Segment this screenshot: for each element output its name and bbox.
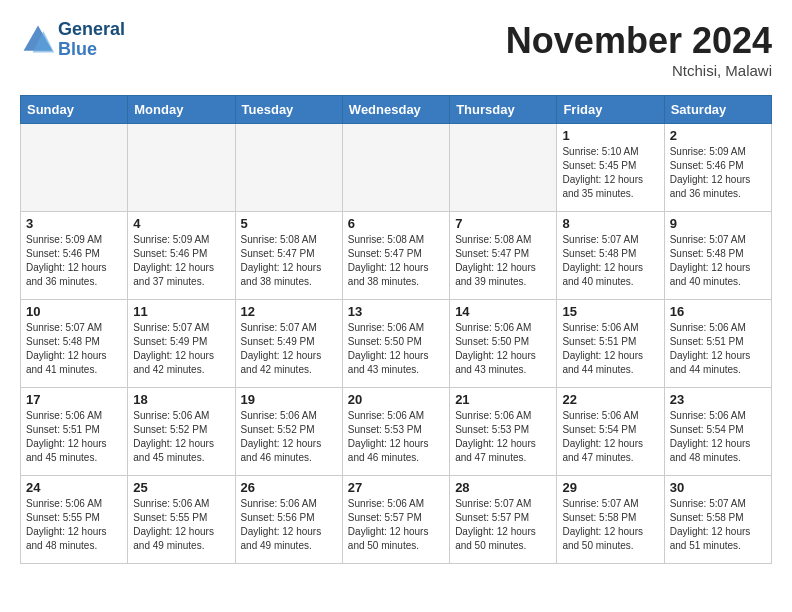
calendar-cell: 30Sunrise: 5:07 AM Sunset: 5:58 PM Dayli… — [664, 476, 771, 564]
day-number: 28 — [455, 480, 551, 495]
day-info: Sunrise: 5:06 AM Sunset: 5:56 PM Dayligh… — [241, 497, 337, 553]
day-info: Sunrise: 5:07 AM Sunset: 5:48 PM Dayligh… — [26, 321, 122, 377]
day-info: Sunrise: 5:06 AM Sunset: 5:51 PM Dayligh… — [562, 321, 658, 377]
day-info: Sunrise: 5:06 AM Sunset: 5:52 PM Dayligh… — [241, 409, 337, 465]
calendar-cell: 21Sunrise: 5:06 AM Sunset: 5:53 PM Dayli… — [450, 388, 557, 476]
week-row-4: 24Sunrise: 5:06 AM Sunset: 5:55 PM Dayli… — [21, 476, 772, 564]
day-info: Sunrise: 5:06 AM Sunset: 5:57 PM Dayligh… — [348, 497, 444, 553]
day-number: 3 — [26, 216, 122, 231]
day-number: 5 — [241, 216, 337, 231]
day-number: 21 — [455, 392, 551, 407]
title-block: November 2024 Ntchisi, Malawi — [506, 20, 772, 79]
location: Ntchisi, Malawi — [506, 62, 772, 79]
day-number: 26 — [241, 480, 337, 495]
calendar-cell: 29Sunrise: 5:07 AM Sunset: 5:58 PM Dayli… — [557, 476, 664, 564]
calendar-cell: 13Sunrise: 5:06 AM Sunset: 5:50 PM Dayli… — [342, 300, 449, 388]
page: General Blue November 2024 Ntchisi, Mala… — [0, 0, 792, 574]
weekday-header-thursday: Thursday — [450, 96, 557, 124]
weekday-header-row: SundayMondayTuesdayWednesdayThursdayFrid… — [21, 96, 772, 124]
logo: General Blue — [20, 20, 125, 60]
calendar-cell: 5Sunrise: 5:08 AM Sunset: 5:47 PM Daylig… — [235, 212, 342, 300]
week-row-2: 10Sunrise: 5:07 AM Sunset: 5:48 PM Dayli… — [21, 300, 772, 388]
day-number: 8 — [562, 216, 658, 231]
day-number: 9 — [670, 216, 766, 231]
day-number: 12 — [241, 304, 337, 319]
day-info: Sunrise: 5:06 AM Sunset: 5:55 PM Dayligh… — [26, 497, 122, 553]
weekday-header-monday: Monday — [128, 96, 235, 124]
calendar-cell — [235, 124, 342, 212]
day-number: 25 — [133, 480, 229, 495]
day-info: Sunrise: 5:06 AM Sunset: 5:51 PM Dayligh… — [26, 409, 122, 465]
calendar-body: 1Sunrise: 5:10 AM Sunset: 5:45 PM Daylig… — [21, 124, 772, 564]
calendar-cell: 4Sunrise: 5:09 AM Sunset: 5:46 PM Daylig… — [128, 212, 235, 300]
calendar-cell: 28Sunrise: 5:07 AM Sunset: 5:57 PM Dayli… — [450, 476, 557, 564]
day-info: Sunrise: 5:06 AM Sunset: 5:55 PM Dayligh… — [133, 497, 229, 553]
day-info: Sunrise: 5:09 AM Sunset: 5:46 PM Dayligh… — [26, 233, 122, 289]
calendar-cell: 25Sunrise: 5:06 AM Sunset: 5:55 PM Dayli… — [128, 476, 235, 564]
calendar-cell: 20Sunrise: 5:06 AM Sunset: 5:53 PM Dayli… — [342, 388, 449, 476]
week-row-0: 1Sunrise: 5:10 AM Sunset: 5:45 PM Daylig… — [21, 124, 772, 212]
day-info: Sunrise: 5:06 AM Sunset: 5:51 PM Dayligh… — [670, 321, 766, 377]
day-number: 27 — [348, 480, 444, 495]
calendar-cell: 11Sunrise: 5:07 AM Sunset: 5:49 PM Dayli… — [128, 300, 235, 388]
calendar-cell — [342, 124, 449, 212]
day-info: Sunrise: 5:07 AM Sunset: 5:49 PM Dayligh… — [241, 321, 337, 377]
day-info: Sunrise: 5:08 AM Sunset: 5:47 PM Dayligh… — [241, 233, 337, 289]
day-info: Sunrise: 5:06 AM Sunset: 5:53 PM Dayligh… — [348, 409, 444, 465]
day-number: 29 — [562, 480, 658, 495]
calendar-cell: 10Sunrise: 5:07 AM Sunset: 5:48 PM Dayli… — [21, 300, 128, 388]
day-info: Sunrise: 5:06 AM Sunset: 5:54 PM Dayligh… — [562, 409, 658, 465]
header: General Blue November 2024 Ntchisi, Mala… — [20, 20, 772, 79]
day-info: Sunrise: 5:07 AM Sunset: 5:58 PM Dayligh… — [562, 497, 658, 553]
weekday-header-sunday: Sunday — [21, 96, 128, 124]
day-number: 4 — [133, 216, 229, 231]
day-number: 11 — [133, 304, 229, 319]
calendar-cell: 27Sunrise: 5:06 AM Sunset: 5:57 PM Dayli… — [342, 476, 449, 564]
day-info: Sunrise: 5:10 AM Sunset: 5:45 PM Dayligh… — [562, 145, 658, 201]
calendar-cell: 16Sunrise: 5:06 AM Sunset: 5:51 PM Dayli… — [664, 300, 771, 388]
calendar-header: SundayMondayTuesdayWednesdayThursdayFrid… — [21, 96, 772, 124]
calendar-cell: 18Sunrise: 5:06 AM Sunset: 5:52 PM Dayli… — [128, 388, 235, 476]
calendar-cell: 26Sunrise: 5:06 AM Sunset: 5:56 PM Dayli… — [235, 476, 342, 564]
day-number: 7 — [455, 216, 551, 231]
day-number: 30 — [670, 480, 766, 495]
month-title: November 2024 — [506, 20, 772, 62]
day-number: 1 — [562, 128, 658, 143]
day-info: Sunrise: 5:06 AM Sunset: 5:54 PM Dayligh… — [670, 409, 766, 465]
day-number: 24 — [26, 480, 122, 495]
day-number: 15 — [562, 304, 658, 319]
calendar-cell: 6Sunrise: 5:08 AM Sunset: 5:47 PM Daylig… — [342, 212, 449, 300]
calendar-cell: 19Sunrise: 5:06 AM Sunset: 5:52 PM Dayli… — [235, 388, 342, 476]
weekday-header-wednesday: Wednesday — [342, 96, 449, 124]
weekday-header-friday: Friday — [557, 96, 664, 124]
day-number: 6 — [348, 216, 444, 231]
day-number: 23 — [670, 392, 766, 407]
calendar-cell: 8Sunrise: 5:07 AM Sunset: 5:48 PM Daylig… — [557, 212, 664, 300]
calendar-cell: 23Sunrise: 5:06 AM Sunset: 5:54 PM Dayli… — [664, 388, 771, 476]
calendar-cell: 17Sunrise: 5:06 AM Sunset: 5:51 PM Dayli… — [21, 388, 128, 476]
calendar-cell: 15Sunrise: 5:06 AM Sunset: 5:51 PM Dayli… — [557, 300, 664, 388]
day-info: Sunrise: 5:09 AM Sunset: 5:46 PM Dayligh… — [133, 233, 229, 289]
calendar-cell — [128, 124, 235, 212]
logo-general: General — [58, 20, 125, 40]
calendar-cell: 7Sunrise: 5:08 AM Sunset: 5:47 PM Daylig… — [450, 212, 557, 300]
logo-icon — [20, 22, 56, 58]
day-info: Sunrise: 5:06 AM Sunset: 5:52 PM Dayligh… — [133, 409, 229, 465]
calendar-table: SundayMondayTuesdayWednesdayThursdayFrid… — [20, 95, 772, 564]
calendar-cell: 1Sunrise: 5:10 AM Sunset: 5:45 PM Daylig… — [557, 124, 664, 212]
calendar-cell: 3Sunrise: 5:09 AM Sunset: 5:46 PM Daylig… — [21, 212, 128, 300]
day-info: Sunrise: 5:06 AM Sunset: 5:50 PM Dayligh… — [348, 321, 444, 377]
day-number: 14 — [455, 304, 551, 319]
calendar-cell: 12Sunrise: 5:07 AM Sunset: 5:49 PM Dayli… — [235, 300, 342, 388]
week-row-1: 3Sunrise: 5:09 AM Sunset: 5:46 PM Daylig… — [21, 212, 772, 300]
day-number: 2 — [670, 128, 766, 143]
calendar-cell — [21, 124, 128, 212]
day-number: 13 — [348, 304, 444, 319]
logo-blue: Blue — [58, 40, 125, 60]
weekday-header-tuesday: Tuesday — [235, 96, 342, 124]
day-info: Sunrise: 5:08 AM Sunset: 5:47 PM Dayligh… — [455, 233, 551, 289]
day-info: Sunrise: 5:07 AM Sunset: 5:49 PM Dayligh… — [133, 321, 229, 377]
day-info: Sunrise: 5:07 AM Sunset: 5:48 PM Dayligh… — [670, 233, 766, 289]
day-number: 10 — [26, 304, 122, 319]
day-number: 18 — [133, 392, 229, 407]
